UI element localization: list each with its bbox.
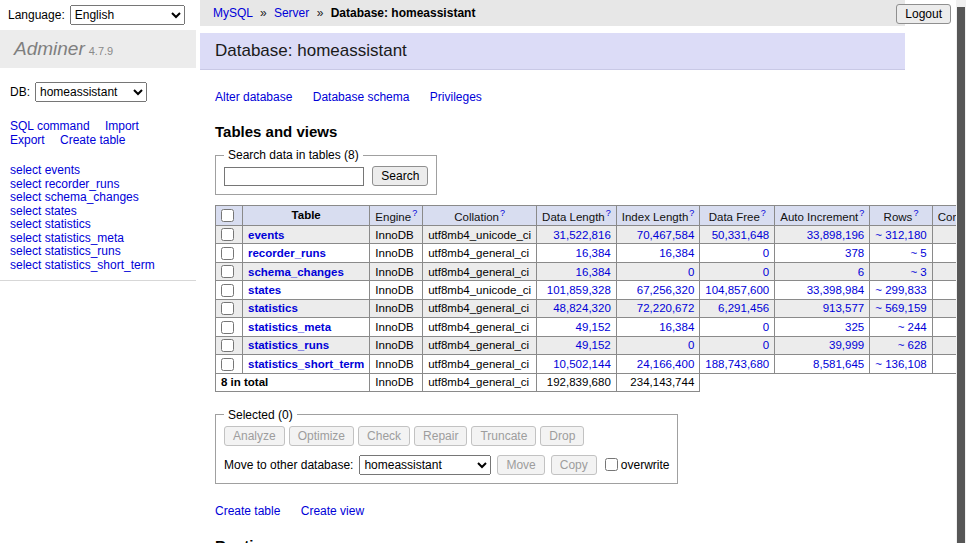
create-table-link[interactable]: Create table [215,504,280,518]
bulk-check-button[interactable]: Check [358,426,410,446]
column-header-label[interactable]: Rows [884,211,913,223]
data-length-cell-link[interactable]: 49,152 [576,321,611,333]
auto-increment-cell-link[interactable]: 39,999 [829,339,864,351]
data-length-cell-link[interactable]: 49,152 [576,339,611,351]
index-length-cell-link[interactable]: 24,166,400 [637,358,695,370]
breadcrumb-link-mysql[interactable]: MySQL [213,6,253,20]
rows-cell-link[interactable]: ~ 569,159 [875,302,926,314]
index-length-cell-link[interactable]: 0 [688,266,694,278]
column-header-label[interactable]: Data Length [542,211,605,223]
data-length-cell-link[interactable]: 48,824,320 [553,302,611,314]
rows-cell-link[interactable]: ~ 3 [910,266,926,278]
search-button[interactable]: Search [372,166,428,186]
data-free-cell-link[interactable]: 188,743,680 [705,358,769,370]
row-checkbox[interactable] [221,358,234,371]
row-checkbox[interactable] [221,321,234,334]
bulk-truncate-button[interactable]: Truncate [471,426,536,446]
data-length-cell-link[interactable]: 101,859,328 [547,284,611,296]
move-db-select[interactable]: homeassistant [359,455,491,475]
rows-cell-link[interactable]: ~ 5 [910,247,926,259]
scrollbar[interactable] [956,0,966,543]
rows-cell-link[interactable]: ~ 312,180 [875,229,926,241]
data-free-cell-link[interactable]: 6,291,456 [718,302,769,314]
sidebar-table-link[interactable]: select events [10,163,80,177]
column-help-icon[interactable]: ? [859,208,864,218]
data-free-cell-link[interactable]: 104,857,600 [705,284,769,296]
bulk-optimize-button[interactable]: Optimize [289,426,354,446]
row-checkbox[interactable] [221,339,234,352]
column-header-label[interactable]: Collation [454,211,499,223]
data-length-cell-link[interactable]: 31,522,816 [553,229,611,241]
sidebar-link-create-table[interactable]: Create table [60,133,125,147]
column-help-icon[interactable]: ? [913,208,918,218]
data-free-cell-link[interactable]: 0 [763,266,769,278]
table-name-link[interactable]: statistics [248,302,298,314]
column-header-label[interactable]: Engine [375,211,411,223]
auto-increment-cell-link[interactable]: 33,898,196 [807,229,865,241]
data-free-cell-link[interactable]: 50,331,648 [712,229,770,241]
bulk-drop-button[interactable]: Drop [540,426,584,446]
column-header-label[interactable]: Data Free [709,211,760,223]
table-name-link[interactable]: schema_changes [248,266,344,278]
index-length-cell-link[interactable]: 70,467,584 [637,229,695,241]
auto-increment-cell-link[interactable]: 8,581,645 [813,358,864,370]
index-length-cell-link[interactable]: 72,220,672 [637,302,695,314]
row-checkbox[interactable] [221,302,234,315]
index-length-cell-link[interactable]: 67,256,320 [637,284,695,296]
column-help-icon[interactable]: ? [761,208,766,218]
bulk-analyze-button[interactable]: Analyze [224,426,285,446]
db-select[interactable]: homeassistant [35,82,147,102]
overwrite-checkbox[interactable] [605,458,618,471]
sidebar-link-sql-command[interactable]: SQL command [10,119,90,133]
rows-cell-link[interactable]: ~ 136,108 [875,358,926,370]
select-all-checkbox[interactable] [221,209,234,222]
column-help-icon[interactable]: ? [689,208,694,218]
language-select[interactable]: English [70,5,185,25]
column-header-label[interactable]: Auto Increment [780,211,858,223]
data-free-cell-link[interactable]: 0 [763,321,769,333]
row-checkbox[interactable] [221,265,234,278]
sidebar-table-link[interactable]: select schema_changes [10,190,139,204]
create-view-link[interactable]: Create view [301,504,364,518]
table-name-link[interactable]: events [248,229,284,241]
row-checkbox[interactable] [221,247,234,260]
sidebar-table-link[interactable]: select statistics_runs [10,244,121,258]
column-header-label[interactable]: Index Length [622,211,689,223]
data-length-cell-link[interactable]: 10,502,144 [553,358,611,370]
sidebar-link-import[interactable]: Import [105,119,139,133]
sidebar-link-export[interactable]: Export [10,133,45,147]
scrollbar-thumb[interactable] [957,7,965,543]
column-help-icon[interactable]: ? [412,208,417,218]
table-name-link[interactable]: recorder_runs [248,247,326,259]
index-length-cell-link[interactable]: 0 [688,339,694,351]
move-button[interactable]: Move [497,455,544,475]
table-name-link[interactable]: statistics_runs [248,339,329,351]
sidebar-table-link[interactable]: select statistics_short_term [10,258,155,272]
row-checkbox[interactable] [221,284,234,297]
table-name-link[interactable]: states [248,284,281,296]
breadcrumb-link-server[interactable]: Server [274,6,309,20]
auto-increment-cell-link[interactable]: 33,398,984 [807,284,865,296]
copy-button[interactable]: Copy [551,455,597,475]
data-length-cell-link[interactable]: 16,384 [576,266,611,278]
sidebar-table-link[interactable]: select states [10,204,77,218]
rows-cell-link[interactable]: ~ 628 [898,339,927,351]
logout-button[interactable]: Logout [896,4,951,24]
index-length-cell-link[interactable]: 16,384 [659,247,694,259]
auto-increment-cell-link[interactable]: 378 [845,247,864,259]
sidebar-table-link[interactable]: select recorder_runs [10,177,119,191]
data-free-cell-link[interactable]: 0 [763,339,769,351]
auto-increment-cell-link[interactable]: 325 [845,321,864,333]
bulk-repair-button[interactable]: Repair [414,426,467,446]
column-header-label[interactable]: Table [292,209,321,221]
data-length-cell-link[interactable]: 16,384 [576,247,611,259]
alter-database-link[interactable]: Alter database [215,90,292,104]
column-help-icon[interactable]: ? [606,208,611,218]
search-input[interactable] [224,167,364,186]
table-name-link[interactable]: statistics_short_term [248,358,364,370]
auto-increment-cell-link[interactable]: 6 [858,266,864,278]
auto-increment-cell-link[interactable]: 913,577 [823,302,865,314]
database-schema-link[interactable]: Database schema [313,90,410,104]
data-free-cell-link[interactable]: 0 [763,247,769,259]
privileges-link[interactable]: Privileges [430,90,482,104]
